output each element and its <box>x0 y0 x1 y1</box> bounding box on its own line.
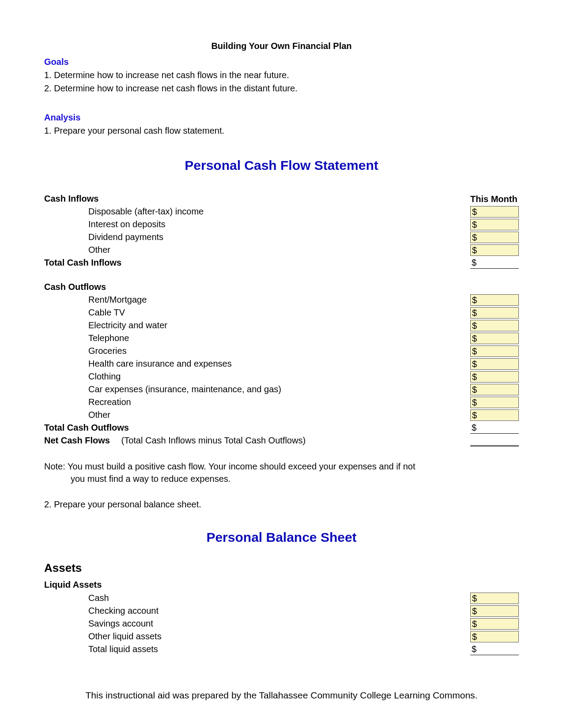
cash-flow-title: Personal Cash Flow Statement <box>44 156 519 175</box>
note-line: you must find a way to reduce expenses. <box>44 473 519 485</box>
net-cash-flows-label: Net Cash Flows (Total Cash Inflows minus… <box>44 434 470 447</box>
liquid-input[interactable]: $ <box>470 631 519 642</box>
liquid-input[interactable]: $ <box>470 618 519 630</box>
outflow-item-label: Health care insurance and expenses <box>44 357 470 370</box>
outflow-item-label: Car expenses (insurance, maintenance, an… <box>44 383 470 396</box>
assets-heading: Assets <box>44 560 519 576</box>
total-outflows-cell: $ <box>470 422 519 434</box>
net-label-note: (Total Cash Inflows minus Total Cash Out… <box>112 435 306 445</box>
inflow-input[interactable]: $ <box>470 219 519 230</box>
this-month-header: This Month <box>470 192 519 205</box>
outflow-input[interactable]: $ <box>470 320 519 331</box>
total-inflows-label: Total Cash Inflows <box>44 256 470 269</box>
net-label-text: Net Cash Flows <box>44 435 110 445</box>
analysis-heading: Analysis <box>44 111 519 124</box>
liquid-assets-heading: Liquid Assets <box>44 578 519 591</box>
total-inflows-cell: $ <box>470 257 519 269</box>
analysis-item-2: 2. Prepare your personal balance sheet. <box>44 498 519 510</box>
outflow-item-label: Telephone <box>44 332 470 345</box>
goal-item: 1. Determine how to increase net cash fl… <box>44 69 519 81</box>
net-cash-flows-cell <box>470 435 519 447</box>
total-liquid-cell: $ <box>470 644 519 655</box>
inflow-item-label: Dividend payments <box>44 231 470 244</box>
liquid-item-label: Savings account <box>44 617 470 630</box>
page-title: Building Your Own Financial Plan <box>44 40 519 52</box>
liquid-item-label: Other liquid assets <box>44 630 470 643</box>
liquid-assets-block: Cash$ Checking account$ Savings account$… <box>44 592 519 656</box>
outflow-item-label: Electricity and water <box>44 319 470 332</box>
inflow-input[interactable]: $ <box>470 232 519 243</box>
outflow-input[interactable]: $ <box>470 409 519 421</box>
analysis-item: 1. Prepare your personal cash flow state… <box>44 124 519 137</box>
outflow-input[interactable]: $ <box>470 345 519 357</box>
outflow-input[interactable]: $ <box>470 294 519 306</box>
total-outflows-label: Total Cash Outflows <box>44 421 470 434</box>
liquid-input[interactable]: $ <box>470 605 519 617</box>
outflow-input[interactable]: $ <box>470 384 519 395</box>
goal-item: 2. Determine how to increase net cash fl… <box>44 82 519 94</box>
liquid-item-label: Checking account <box>44 604 470 617</box>
footer-text: This instructional aid was prepared by t… <box>0 689 563 702</box>
liquid-item-label: Cash <box>44 592 470 604</box>
outflow-item-label: Cable TV <box>44 306 470 319</box>
outflow-input[interactable]: $ <box>470 358 519 370</box>
outflow-item-label: Recreation <box>44 396 470 409</box>
outflow-item-label: Rent/Mortgage <box>44 293 470 306</box>
cash-inflows-heading: Cash Inflows <box>44 192 470 205</box>
note-block: Note: You must build a positive cash flo… <box>44 460 519 485</box>
outflow-input[interactable]: $ <box>470 397 519 408</box>
cash-outflows-heading: Cash Outflows <box>44 281 470 293</box>
inflow-item-label: Other <box>44 244 470 256</box>
inflow-input[interactable]: $ <box>470 244 519 256</box>
inflow-input[interactable]: $ <box>470 206 519 218</box>
inflow-item-label: Interest on deposits <box>44 218 470 231</box>
liquid-input[interactable]: $ <box>470 593 519 604</box>
outflow-item-label: Groceries <box>44 345 470 357</box>
outflow-item-label: Clothing <box>44 370 470 383</box>
inflow-item-label: Disposable (after-tax) income <box>44 205 470 218</box>
outflow-input[interactable]: $ <box>470 371 519 383</box>
balance-sheet-title: Personal Balance Sheet <box>44 528 519 547</box>
goals-heading: Goals <box>44 56 519 68</box>
cash-outflows-block: Cash Outflows Rent/Mortgage$ Cable TV$ E… <box>44 281 519 447</box>
cash-inflows-block: Cash Inflows This Month Disposable (afte… <box>44 192 519 269</box>
outflow-input[interactable]: $ <box>470 333 519 344</box>
outflow-item-label: Other <box>44 409 470 421</box>
outflow-input[interactable]: $ <box>470 307 519 319</box>
total-liquid-label: Total liquid assets <box>44 643 470 656</box>
note-line: Note: You must build a positive cash flo… <box>44 460 519 473</box>
